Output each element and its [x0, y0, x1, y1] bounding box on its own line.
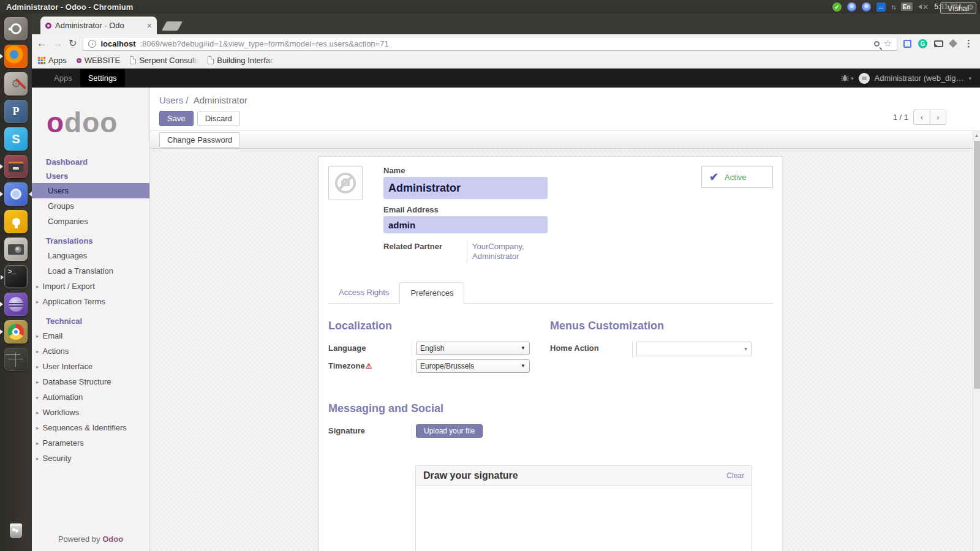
cube-extension-icon[interactable]: [949, 39, 957, 48]
sidebar-section-translations[interactable]: Translations: [32, 234, 149, 248]
launcher-icon-camera[interactable]: [4, 238, 28, 261]
form-header: Users / Administrator Save Discard 1 / 1: [150, 88, 980, 130]
keyboard-layout-indicator[interactable]: En: [901, 2, 913, 11]
active-checkbox[interactable]: ✔ Active: [701, 166, 773, 188]
zoom-icon[interactable]: [874, 41, 880, 47]
sidebar-item-users[interactable]: Users: [32, 183, 149, 198]
launcher-icon-chromium[interactable]: [4, 182, 28, 206]
sidebar-item-actions[interactable]: ▸Actions: [32, 343, 149, 359]
pager-previous-icon[interactable]: ‹: [913, 110, 930, 125]
name-field[interactable]: [383, 177, 548, 199]
browser-profile-badge[interactable]: Vishal: [940, 2, 976, 14]
sidebar-item-security[interactable]: ▸Security: [32, 451, 149, 466]
timezone-select[interactable]: Europe/Brussels ▼: [416, 359, 530, 373]
tab-preferences[interactable]: Preferences: [399, 282, 464, 304]
nav-item-apps[interactable]: Apps: [46, 69, 80, 87]
page-info-icon[interactable]: i: [88, 40, 96, 48]
chromium-indicator-icon[interactable]: [847, 2, 856, 12]
launcher-icon-system-settings[interactable]: ⚙: [4, 72, 28, 96]
skype-status-icon[interactable]: ✓: [832, 2, 842, 12]
home-action-combobox[interactable]: ▾: [636, 342, 752, 356]
sidebar-item-companies[interactable]: Companies: [32, 214, 149, 229]
network-indicator-icon[interactable]: ↑↓: [891, 2, 895, 12]
tab-title: Administrator - Odo: [55, 21, 143, 30]
browser-tab[interactable]: Administrator - Odo ×: [40, 17, 157, 34]
email-field[interactable]: [383, 216, 548, 233]
expand-arrow-icon: ▸: [36, 455, 39, 462]
reload-button[interactable]: ↻: [69, 39, 77, 48]
pager-next-icon[interactable]: ›: [930, 110, 946, 125]
page-icon: [208, 56, 214, 64]
launcher-icon-ubuntu[interactable]: [4, 17, 28, 40]
sidebar-item-sequences-identifiers[interactable]: ▸Sequences & Identifiers: [32, 420, 149, 435]
sidebar-item-email[interactable]: ▸Email: [32, 328, 149, 343]
desktop-screen: Administrator - Odoo - Chromium ✓ ↔ ↑↓ E…: [0, 0, 980, 551]
launcher-icon-skype[interactable]: S: [4, 127, 28, 151]
grammarly-extension-icon[interactable]: G: [918, 39, 927, 48]
breadcrumb-users-link[interactable]: Users /: [159, 95, 189, 105]
sidebar-item-user-interface[interactable]: ▸User Interface: [32, 359, 149, 374]
url-bar[interactable]: i localhost :8069/web?debug#id=1&view_ty…: [83, 37, 897, 51]
odoo-favicon: [45, 23, 51, 29]
language-select[interactable]: English ▼: [416, 342, 530, 355]
sidebar-item-dashboard[interactable]: Dashboard: [32, 155, 149, 169]
save-button[interactable]: Save: [159, 111, 194, 126]
sidebar-item-groups[interactable]: Groups: [32, 198, 149, 214]
bookmark-building-interfaces[interactable]: Building Interfac: [208, 56, 274, 65]
sidebar-item-database-structure[interactable]: ▸Database Structure: [32, 374, 149, 389]
volume-muted-icon[interactable]: ✕: [918, 2, 929, 12]
scroll-up-icon[interactable]: ▲: [973, 131, 980, 138]
launcher-icon-eclipse[interactable]: [4, 293, 28, 316]
user-menu[interactable]: Administrator (web_dig…: [875, 73, 964, 83]
signature-clear-link[interactable]: Clear: [726, 471, 744, 480]
vertical-scrollbar[interactable]: ▲: [973, 131, 980, 551]
sidebar-item-import-export[interactable]: ▸Import / Export: [32, 279, 149, 294]
screenshot-extension-icon[interactable]: [903, 40, 911, 48]
related-partner-link[interactable]: YourCompany, Administrator: [467, 241, 540, 263]
launcher-icon-trash[interactable]: [4, 519, 28, 542]
chromium-indicator-icon[interactable]: [862, 2, 871, 12]
launcher-icon-archive-manager[interactable]: [4, 155, 28, 178]
back-button[interactable]: ←: [37, 39, 47, 48]
sidebar-item-application-terms[interactable]: ▸Application Terms: [32, 294, 149, 309]
sidebar-item-languages[interactable]: Languages: [32, 248, 149, 263]
discard-button[interactable]: Discard: [197, 111, 240, 126]
bookmark-serpent-consulting[interactable]: Serpent Consulti: [130, 56, 198, 65]
launcher-icon-workspace-switcher[interactable]: [4, 348, 28, 371]
change-password-button[interactable]: Change Password: [159, 132, 240, 148]
upload-file-button[interactable]: Upload your file: [416, 424, 483, 438]
tab-access-rights[interactable]: Access Rights: [328, 282, 399, 304]
launcher-icon-chrome[interactable]: [4, 320, 28, 343]
launcher-icon-firefox[interactable]: [4, 45, 28, 68]
launcher-icon-postgresql[interactable]: P: [4, 100, 28, 123]
teamviewer-icon[interactable]: ↔: [876, 2, 886, 12]
odoo-brand-link[interactable]: Odoo: [102, 534, 123, 544]
odoo-top-nav: Apps Settings ▾ Administrator (web_dig… …: [32, 69, 980, 88]
expand-arrow-icon: ▸: [36, 379, 39, 385]
cast-extension-icon[interactable]: [934, 40, 943, 47]
user-photo-placeholder[interactable]: [328, 166, 363, 200]
browser-menu-icon[interactable]: ⋮: [962, 38, 975, 49]
sidebar-item-automation[interactable]: ▸Automation: [32, 389, 149, 405]
sidebar-section-technical[interactable]: Technical: [32, 314, 149, 328]
bookmark-star-icon[interactable]: ☆: [884, 38, 892, 49]
signature-canvas[interactable]: [415, 486, 752, 551]
bookmark-website[interactable]: WEBSITE: [77, 56, 121, 65]
draw-signature-title: Draw your signature: [423, 470, 518, 481]
new-tab-button[interactable]: [162, 21, 183, 31]
nav-item-settings[interactable]: Settings: [80, 69, 125, 87]
sidebar-section-users[interactable]: Users: [32, 169, 149, 183]
tab-close-icon[interactable]: ×: [147, 21, 152, 30]
launcher-icon-terminal[interactable]: >_: [4, 265, 28, 288]
launcher-icon-google-keep[interactable]: [4, 210, 28, 233]
sidebar-item-workflows[interactable]: ▸Workflows: [32, 405, 149, 420]
breadcrumb: Users / Administrator: [159, 95, 980, 105]
bookmark-apps[interactable]: Apps: [38, 56, 67, 65]
odoo-logo: odoo: [32, 88, 149, 155]
scrollbar-thumb[interactable]: [974, 141, 980, 389]
sidebar-item-parameters[interactable]: ▸Parameters: [32, 435, 149, 451]
user-avatar[interactable]: [859, 73, 870, 84]
debug-bug-icon[interactable]: ▾: [841, 74, 854, 82]
sidebar-item-load-a-translation[interactable]: Load a Translation: [32, 263, 149, 279]
forward-button[interactable]: →: [53, 39, 62, 48]
